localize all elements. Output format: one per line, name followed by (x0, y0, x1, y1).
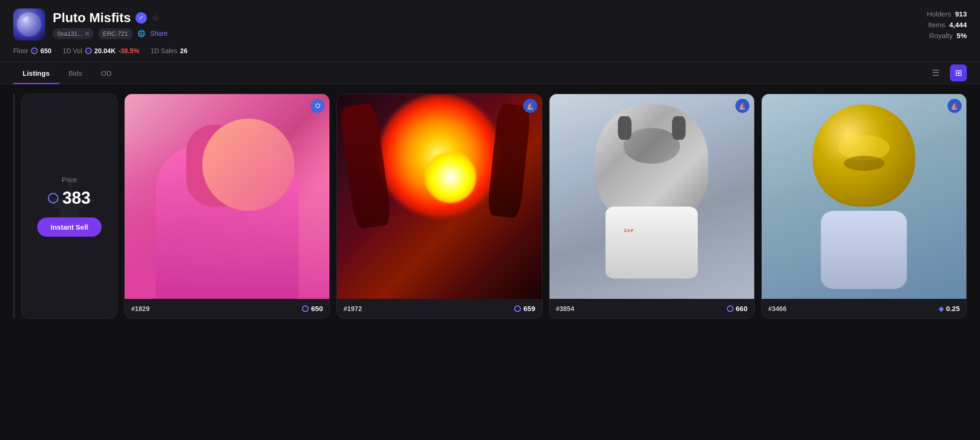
nft-id-1972: #1972 (343, 305, 362, 312)
volume-value: 20.04K (95, 47, 116, 55)
floor-stat: Floor 650 (13, 47, 51, 55)
nft-cards-container: ⬡ #1829 650 ⛵ (124, 94, 967, 319)
nft-info-1829: #1829 650 (125, 299, 329, 318)
nft-artwork-1972 (337, 94, 542, 299)
holders-value: 913 (955, 10, 967, 18)
price-link-icon (48, 193, 58, 203)
collection-title-row: Pluto Misfits ✓ ☆ (53, 10, 167, 25)
price-value-1829: 650 (311, 304, 323, 312)
price-number: 383 (62, 188, 90, 208)
tab-od[interactable]: OD (92, 62, 121, 84)
floor-link-icon (31, 48, 38, 54)
royalty-value: 5% (956, 32, 967, 40)
floor-label: Floor (13, 47, 28, 55)
price-value-1972: 659 (523, 304, 535, 312)
volume-change: -38.5% (119, 47, 139, 55)
nft-card-1972[interactable]: ⛵ #1972 659 (336, 94, 542, 319)
nft-card-3854[interactable]: ZAP ⛵ #3854 660 (549, 94, 755, 319)
collection-meta: 0xa131... ⧉ ERC-721 🌐 Share (53, 28, 167, 39)
nft-artwork-3466 (762, 94, 966, 299)
collection-logo (13, 8, 45, 40)
items-value: 4,444 (949, 21, 967, 29)
platform-badge-3854: ⛵ (735, 99, 749, 113)
price-display: 383 (48, 188, 90, 208)
price-icon-1972 (514, 305, 521, 312)
price-icon-1829 (302, 305, 309, 312)
logo-sphere (17, 12, 41, 37)
price-icon-3854 (727, 305, 733, 312)
header-left: Pluto Misfits ✓ ☆ 0xa131... ⧉ ERC-721 🌐 … (13, 8, 167, 40)
tab-actions: ☰ ⊞ (927, 64, 967, 81)
copy-icon[interactable]: ⧉ (85, 31, 89, 37)
token-standard-text: ERC-721 (103, 30, 128, 37)
platform-badge-1972: ⛵ (523, 99, 537, 113)
nft-card-3466[interactable]: ⛵ #3466 ◆ 0.25 (761, 94, 967, 319)
nft-info-3854: #3854 660 (550, 299, 754, 318)
royalty-stat: Royalty 5% (929, 32, 967, 40)
nft-price-1972: 659 (514, 304, 535, 312)
globe-icon[interactable]: 🌐 (137, 30, 145, 37)
nft-card-1829[interactable]: ⬡ #1829 650 (124, 94, 330, 319)
nft-image-1972: ⛵ (337, 94, 542, 299)
collection-name: Pluto Misfits (53, 10, 131, 25)
sales-stat: 1D Sales 26 (151, 47, 187, 55)
main-content: Price 383 Instant Sell ⬡ #1829 (0, 84, 980, 328)
sales-value: 26 (180, 47, 188, 55)
nft-id-1829: #1829 (131, 305, 150, 312)
address-badge[interactable]: 0xa131... ⧉ (53, 28, 94, 39)
nft-price-3466: ◆ 0.25 (939, 304, 960, 312)
royalty-label: Royalty (929, 32, 953, 40)
instant-sell-card: Price 383 Instant Sell (21, 94, 118, 319)
holders-stat: Holders 913 (927, 10, 967, 18)
volume-stat: 1D Vol 20.04K -38.5% (63, 47, 139, 55)
holders-label: Holders (927, 10, 951, 18)
collection-header: Pluto Misfits ✓ ☆ 0xa131... ⧉ ERC-721 🌐 … (0, 0, 980, 62)
price-value-3466: 0.25 (946, 304, 960, 312)
nft-info-1972: #1972 659 (337, 299, 542, 318)
share-link[interactable]: Share (150, 30, 167, 37)
tab-listings[interactable]: Listings (13, 62, 59, 84)
verified-badge: ✓ (135, 12, 147, 24)
floor-row: Floor 650 1D Vol 20.04K -38.5% 1D Sales … (13, 47, 967, 55)
tabs-bar: Listings Bids OD ☰ ⊞ (0, 62, 980, 84)
nft-image-1829: ⬡ (125, 94, 329, 299)
token-standard-badge: ERC-721 (98, 28, 133, 39)
volume-label: 1D Vol (63, 47, 82, 55)
nft-image-3466: ⛵ (762, 94, 966, 299)
nft-artwork-1829 (125, 94, 329, 299)
collection-info: Pluto Misfits ✓ ☆ 0xa131... ⧉ ERC-721 🌐 … (53, 10, 167, 39)
favorite-icon[interactable]: ☆ (151, 13, 159, 23)
address-text: 0xa131... (57, 30, 83, 37)
price-label: Price (62, 176, 77, 184)
items-stat: Items 4,444 (928, 21, 967, 29)
floor-value: 650 (40, 47, 51, 55)
nft-price-1829: 650 (302, 304, 323, 312)
platform-badge-3466: ⛵ (948, 99, 962, 113)
list-view-button[interactable]: ☰ (927, 64, 944, 81)
items-label: Items (928, 21, 945, 29)
nft-image-3854: ZAP ⛵ (550, 94, 754, 299)
eth-icon-3466: ◆ (939, 305, 944, 312)
price-value-3854: 660 (736, 304, 748, 312)
tab-bids[interactable]: Bids (59, 62, 92, 84)
header-top-row: Pluto Misfits ✓ ☆ 0xa131... ⧉ ERC-721 🌐 … (13, 8, 967, 40)
grid-view-button[interactable]: ⊞ (950, 64, 967, 81)
left-divider (13, 94, 15, 319)
nft-info-3466: #3466 ◆ 0.25 (762, 299, 966, 318)
tabs: Listings Bids OD (13, 62, 121, 84)
sales-label: 1D Sales (151, 47, 177, 55)
nft-price-3854: 660 (727, 304, 748, 312)
nft-id-3466: #3466 (768, 305, 787, 312)
instant-sell-button[interactable]: Instant Sell (37, 217, 101, 237)
nft-artwork-3854: ZAP (550, 94, 754, 299)
header-stats: Holders 913 Items 4,444 Royalty 5% (927, 10, 967, 40)
vol-link-icon (85, 48, 92, 54)
nft-id-3854: #3854 (556, 305, 574, 312)
